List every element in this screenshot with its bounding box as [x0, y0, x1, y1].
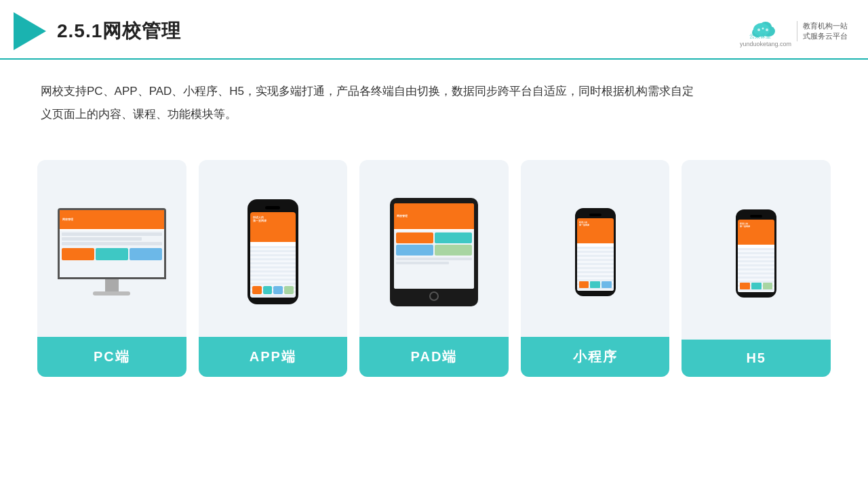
- card-miniprogram-label: 小程序: [521, 337, 670, 377]
- card-h5-image: 职进人的第一堂网课: [682, 160, 831, 340]
- tablet-mockup: 网校管理: [390, 198, 478, 306]
- svg-point-7: [766, 28, 768, 31]
- screen-content: 职进人的第一堂网课: [250, 212, 296, 214]
- phone-mockup-app: 职进人的第一堂网课: [248, 199, 298, 304]
- card-app-image: 职进人的第一堂网课: [199, 160, 348, 337]
- logo-slogan: 教育机构一站 式服务云平台: [797, 21, 848, 42]
- svg-point-6: [762, 28, 764, 30]
- card-pad-image: 网校管理: [359, 160, 509, 337]
- card-app: 职进人的第一堂网课 APP端: [199, 160, 348, 377]
- mini-phone-screen: 职进人的第一堂网课: [577, 218, 614, 291]
- tablet-home-button: [429, 291, 439, 301]
- card-h5: 职进人的第一堂网课 H5: [682, 160, 831, 377]
- mini-phone-notch: [589, 214, 601, 216]
- phone-notch: [265, 206, 280, 209]
- banner-text: 职进人的第一堂网课: [253, 216, 293, 223]
- mini-phone-h5-mockup: 职进人的第一堂网课: [736, 209, 776, 298]
- monitor-stand: [105, 279, 119, 291]
- svg-point-5: [757, 28, 760, 31]
- cards-container: 网校管理: [0, 140, 868, 397]
- phone-screen: 职进人的第一堂网课: [250, 212, 296, 298]
- play-icon: [14, 12, 46, 50]
- tablet-screen: 网校管理: [394, 203, 474, 289]
- card-pc: 网校管理: [37, 160, 186, 377]
- mini-phone-h5-notch: [750, 215, 762, 218]
- card-app-label: APP端: [199, 337, 348, 377]
- monitor-screen: 网校管理: [58, 208, 166, 279]
- logo-cloud: 云朵课堂 yunduoketang.com: [740, 15, 791, 47]
- logo-area: 云朵课堂 yunduoketang.com 教育机构一站 式服务云平台: [740, 15, 848, 47]
- header: 2.5.1网校管理 云朵课堂 yunduoketang.com 教育机构一: [0, 0, 868, 60]
- screen-blocks: [252, 286, 294, 294]
- mini-phone-h5-screen: 职进人的第一堂网课: [738, 220, 774, 292]
- header-left: 2.5.1网校管理: [14, 12, 181, 50]
- card-h5-label: H5: [682, 340, 831, 377]
- page-title: 2.5.1网校管理: [57, 18, 181, 44]
- description-text: 网校支持PC、APP、PAD、小程序、H5，实现多端打通，产品各终端自由切换，数…: [0, 60, 746, 133]
- card-pad-label: PAD端: [359, 337, 509, 377]
- cloud-logo-svg: 云朵课堂: [747, 15, 785, 39]
- pc-monitor-mockup: 网校管理: [58, 208, 166, 296]
- mini-phone-mockup: 职进人的第一堂网课: [575, 208, 616, 296]
- card-pc-image: 网校管理: [37, 160, 186, 337]
- card-miniprogram-image: 职进人的第一堂网课: [521, 160, 670, 337]
- logo-url: yunduoketang.com: [740, 41, 791, 47]
- card-pc-label: PC端: [37, 337, 186, 377]
- card-pad: 网校管理 PAD端: [359, 160, 509, 377]
- monitor-base: [93, 291, 130, 296]
- monitor-screen-inner: 网校管理: [60, 210, 164, 277]
- card-miniprogram: 职进人的第一堂网课 小程序: [521, 160, 670, 377]
- svg-text:云朵课堂: 云朵课堂: [749, 33, 771, 39]
